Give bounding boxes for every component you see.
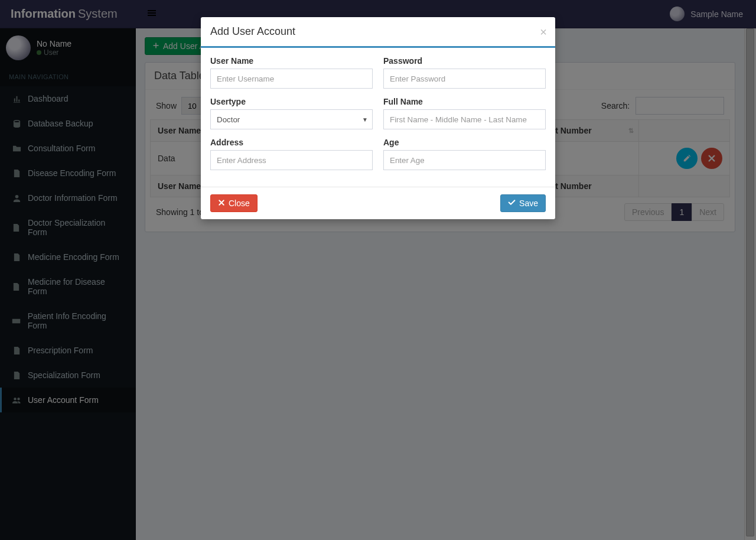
check-icon [508,199,516,208]
username-input[interactable] [210,69,373,89]
modal-close-x[interactable]: × [540,25,547,39]
fullname-input[interactable] [383,109,546,129]
address-input[interactable] [210,150,373,170]
save-button[interactable]: Save [500,194,546,212]
close-button[interactable]: Close [210,194,258,212]
save-button-label: Save [519,199,538,208]
label-age: Age [383,138,546,147]
chevron-down-icon: ▼ [362,116,368,123]
label-usertype: Usertype [210,97,373,106]
close-button-label: Close [229,199,250,208]
modal-title: Add User Account [210,25,295,37]
add-user-modal: Add User Account × User Name Password Us… [201,17,555,219]
label-username: User Name [210,56,373,66]
close-icon [218,199,225,208]
label-fullname: Full Name [383,97,546,106]
label-address: Address [210,138,373,147]
usertype-select[interactable]: Doctor [210,109,373,129]
age-input[interactable] [383,150,546,170]
password-input[interactable] [383,69,546,89]
label-password: Password [383,56,546,66]
